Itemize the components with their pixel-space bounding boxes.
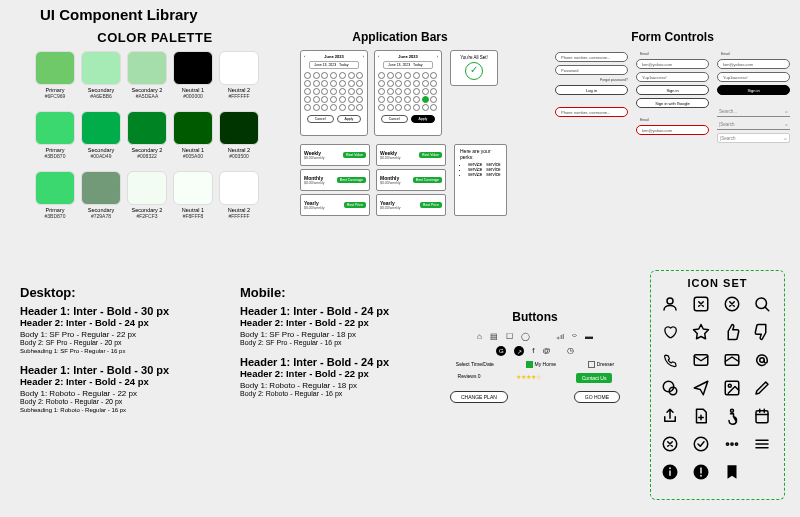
calendar-day[interactable] [404, 96, 411, 103]
calendar-day[interactable] [413, 96, 420, 103]
calendar-day[interactable] [430, 96, 437, 103]
select-time-button[interactable]: Select Time/Date [456, 361, 494, 368]
calendar-day[interactable] [330, 88, 337, 95]
calendar-day[interactable] [339, 96, 346, 103]
apply-button[interactable]: Apply [337, 115, 362, 123]
calendar-day[interactable] [404, 88, 411, 95]
forgot-password-link[interactable]: Forgot password? [555, 78, 628, 82]
calendar-day[interactable] [387, 104, 394, 111]
social-icon[interactable]: @ [543, 346, 551, 356]
signin-button-dark[interactable]: Sign in [717, 85, 790, 95]
price-card[interactable]: Monthly$0.00/weeklyBest Coverage [376, 169, 446, 191]
calendar-day[interactable] [422, 88, 429, 95]
email-input[interactable]: ken@yahoo.com [636, 59, 709, 69]
calendar-day[interactable] [413, 72, 420, 79]
checkbox-unchecked[interactable] [588, 361, 595, 368]
price-card[interactable]: Weekly$0.00/weeklyBest Value [300, 144, 370, 166]
price-card[interactable]: Monthly$0.00/weeklyBest Coverage [300, 169, 370, 191]
calendar-day[interactable] [304, 88, 311, 95]
calendar-day[interactable] [422, 104, 429, 111]
calendar-day[interactable] [356, 104, 363, 111]
calendar-day[interactable] [313, 104, 320, 111]
calendar-day[interactable] [378, 96, 385, 103]
calendar-day[interactable] [356, 80, 363, 87]
calendar-day[interactable] [395, 96, 402, 103]
calendar-day[interactable] [395, 104, 402, 111]
contact-button[interactable]: Contact Us [576, 373, 613, 383]
search-input[interactable]: Search...⌕ [717, 107, 790, 117]
calendar-day[interactable] [413, 88, 420, 95]
calendar-day[interactable] [348, 80, 355, 87]
calendar-day[interactable] [339, 72, 346, 79]
calendar-day[interactable] [430, 72, 437, 79]
calendar-day[interactable] [413, 80, 420, 87]
calendar-day[interactable] [356, 96, 363, 103]
facebook-icon[interactable]: f [532, 346, 534, 356]
password-input[interactable]: Password [555, 65, 628, 75]
calendar-day[interactable] [339, 80, 346, 87]
calendar-day[interactable] [330, 104, 337, 111]
change-plan-button[interactable]: CHANGE PLAN [450, 391, 508, 403]
calendar-day[interactable] [348, 88, 355, 95]
calendar-day[interactable] [304, 96, 311, 103]
calendar-day[interactable] [387, 80, 394, 87]
calendar-day[interactable] [339, 88, 346, 95]
calendar-day[interactable] [321, 72, 328, 79]
calendar-day[interactable] [313, 96, 320, 103]
calendar-day[interactable] [339, 104, 346, 111]
calendar-day[interactable] [330, 72, 337, 79]
calendar-day[interactable] [348, 96, 355, 103]
phone-input[interactable]: Phone number, username... [555, 52, 628, 62]
calendar-card[interactable]: ‹June 2023› June 13, 2023 Today CancelAp… [300, 50, 368, 136]
calendar-day[interactable] [304, 72, 311, 79]
social-icon[interactable]: ↗ [514, 346, 524, 356]
calendar-day[interactable] [422, 96, 429, 103]
calendar-day[interactable] [404, 104, 411, 111]
cancel-button[interactable]: Cancel [381, 115, 408, 123]
calendar-day[interactable] [313, 80, 320, 87]
calendar-day[interactable] [404, 72, 411, 79]
go-home-button[interactable]: GO HOME [574, 391, 620, 403]
social-icon[interactable]: G [496, 346, 506, 356]
calendar-day[interactable] [378, 80, 385, 87]
price-card[interactable]: Yearly$0.00/weeklyBest Price [300, 194, 370, 216]
calendar-day[interactable] [321, 80, 328, 87]
date-input[interactable]: June 13, 2023 Today [383, 61, 433, 69]
calendar-day[interactable] [395, 72, 402, 79]
calendar-day[interactable] [321, 88, 328, 95]
calendar-card[interactable]: ‹June 2023› June 13, 2023 Today CancelAp… [374, 50, 442, 136]
email-input-error[interactable]: ken@yahoo.com [636, 125, 709, 135]
apply-button[interactable]: Apply [411, 115, 436, 123]
calendar-day[interactable] [378, 104, 385, 111]
gift-icon[interactable]: ☐ [506, 332, 513, 341]
calendar-day[interactable] [304, 80, 311, 87]
calendar-day[interactable] [348, 72, 355, 79]
star-rating[interactable]: ★★★★☆ [516, 373, 541, 383]
login-button[interactable]: Log in [555, 85, 628, 95]
calendar-day[interactable] [395, 80, 402, 87]
calendar-day[interactable] [387, 72, 394, 79]
price-card[interactable]: Yearly$0.00/weeklyBest Price [376, 194, 446, 216]
calendar-day[interactable] [313, 72, 320, 79]
calendar-day[interactable] [378, 72, 385, 79]
calendar-day[interactable] [422, 80, 429, 87]
calendar-day[interactable] [313, 88, 320, 95]
search-input[interactable]: |Search⌕ [717, 120, 790, 130]
calendar-day[interactable] [356, 72, 363, 79]
calendar-day[interactable] [430, 104, 437, 111]
password-input[interactable]: Yup1saccess! [636, 72, 709, 82]
calendar-day[interactable] [430, 88, 437, 95]
email-input[interactable]: ken@yahoo.com [717, 59, 790, 69]
cancel-button[interactable]: Cancel [307, 115, 334, 123]
password-input[interactable]: Yup1saccess! [717, 72, 790, 82]
calendar-day[interactable] [378, 88, 385, 95]
calendar-day[interactable] [395, 88, 402, 95]
user-icon[interactable]: ◯ [521, 332, 530, 341]
calendar-day[interactable] [330, 80, 337, 87]
date-input[interactable]: June 13, 2023 Today [309, 61, 359, 69]
calendar-day[interactable] [413, 104, 420, 111]
calendar-day[interactable] [422, 72, 429, 79]
calendar-day[interactable] [321, 104, 328, 111]
phone-input-error[interactable]: Phone number, username... [555, 107, 628, 117]
checkbox-checked[interactable] [526, 361, 533, 368]
